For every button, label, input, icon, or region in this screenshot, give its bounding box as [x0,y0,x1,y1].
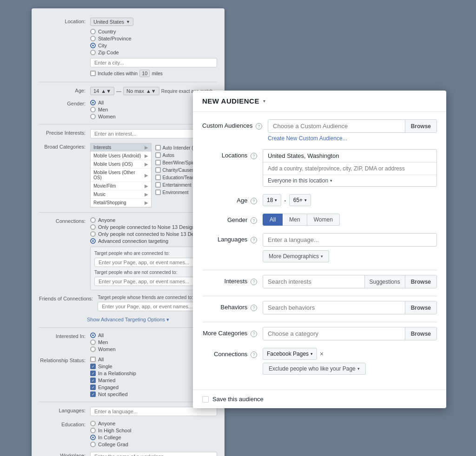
behaviors-row: Behaviors ? Browse [202,301,437,314]
gender-row: Gender ? All Men Women [202,214,437,226]
bg-age-min[interactable]: 14 ▲▼ [90,87,114,95]
suggestions-btn[interactable]: Suggestions [364,275,405,288]
custom-audiences-browse-btn[interactable]: Browse [405,120,436,132]
connections-info-icon[interactable]: ? [251,352,257,358]
connections-row: Connections ? Facebook Pages ▾ × Exclude… [202,348,437,375]
bg-edu-anyone-radio[interactable]: Anyone [90,421,217,426]
gender-women-btn[interactable]: Women [307,214,340,226]
age-max-select[interactable]: 65+ ▾ [289,194,311,206]
bg-friends-label: Friends of Connections: [39,295,98,301]
save-checkbox-box[interactable] [202,396,209,403]
bg-edu-college-radio[interactable]: In College [90,435,217,440]
age-row: Age ? 18 ▾ - 65+ ▾ [202,194,437,206]
interests-row: Interests ? Suggestions Browse [202,275,437,288]
bg-age-max[interactable]: No max ▲▼ [123,87,159,95]
more-categories-info-icon[interactable]: ? [251,331,257,337]
bg-country-radio[interactable]: Country [90,29,217,34]
exclude-arrow-icon: ▾ [357,366,360,371]
bg-mobile-other-item[interactable]: Mobile Users (Other OS) ▶ [91,169,151,182]
everyone-location-btn[interactable]: Everyone in this location ▾ [263,175,436,186]
connections-label: Connections ? [202,348,263,358]
age-info-icon[interactable]: ? [251,198,257,204]
modal-title-arrow[interactable]: ▾ [263,98,265,104]
behaviors-info-icon[interactable]: ? [251,305,257,311]
locations-control: United States, Washington Everyone in th… [263,149,437,187]
bg-miles-input[interactable]: 10 [139,70,150,77]
custom-audiences-row: Custom Audiences ? Browse Create New Cus… [202,119,437,142]
interests-info-icon[interactable]: ? [251,279,257,285]
save-audience-checkbox[interactable]: Save this audience [202,396,264,403]
custom-audiences-control: Browse Create New Custom Audience... [268,119,437,142]
bg-city-input[interactable] [90,58,217,67]
bg-location-label: Location: [39,18,90,24]
bg-location-select[interactable]: United States ▼ [90,18,133,26]
facebook-pages-select[interactable]: Facebook Pages ▾ [263,348,317,360]
bg-edu-grad-radio[interactable]: College Grad [90,442,217,447]
locations-label: Locations ? [202,149,263,159]
languages-row: Languages ? More Demographics ▾ [202,233,437,262]
behaviors-input[interactable] [263,301,405,314]
interests-label: Interests ? [202,275,263,285]
bg-zip-radio[interactable]: Zip Code [90,50,217,55]
bg-gender-label: Gender: [39,100,90,106]
new-audience-modal: NEW AUDIENCE ▾ Custom Audiences ? Browse… [193,91,446,408]
age-control: 18 ▾ - 65+ ▾ [263,194,437,206]
bg-languages-label: Languages: [39,407,90,413]
more-categories-label: More Categories ? [202,327,263,337]
bg-music-item[interactable]: Music ▶ [91,190,151,199]
age-min-arrow: ▾ [275,198,277,202]
bg-workplace-input[interactable] [90,452,217,456]
bg-edu-highschool-radio[interactable]: In High School [90,428,217,433]
custom-audiences-label: Custom Audiences ? [202,119,268,130]
languages-input[interactable] [263,233,437,247]
bg-interests-item[interactable]: Interests ▶ [91,143,151,152]
gender-control: All Men Women [263,214,437,226]
location-add-input[interactable] [263,163,436,175]
everyone-arrow-icon: ▾ [330,178,332,183]
bg-city-radio[interactable]: City [90,43,217,48]
bg-relationship-label: Relationship Status: [39,357,90,363]
bg-retail-item[interactable]: Retail/Shopping ▶ [91,199,151,207]
bg-state-radio[interactable]: State/Province [90,36,217,41]
age-label: Age ? [202,194,263,204]
languages-control: More Demographics ▾ [263,233,437,262]
connections-control: Facebook Pages ▾ × Exclude people who li… [263,348,437,375]
behaviors-label: Behaviors ? [202,301,263,311]
bg-mobile-android-item[interactable]: Mobile Users (Android) ▶ [91,152,151,160]
locations-row: Locations ? United States, Washington Ev… [202,149,437,187]
locations-info-icon[interactable]: ? [251,153,257,159]
gender-info-icon[interactable]: ? [251,217,257,224]
bg-movie-item[interactable]: Movie/Film ▶ [91,182,151,190]
behaviors-browse-btn[interactable]: Browse [405,301,436,314]
interests-browse-btn[interactable]: Browse [405,275,436,288]
facebook-pages-arrow: ▾ [311,352,313,356]
age-min-select[interactable]: 18 ▾ [263,194,281,206]
bg-languages-input[interactable] [90,407,217,416]
interests-input[interactable] [263,275,364,288]
bg-interested-in-label: Interested In: [39,332,90,339]
more-categories-browse-btn[interactable]: Browse [405,327,436,340]
bg-broad-categories-label: Broad Categories: [39,143,90,150]
create-custom-audience-link[interactable]: Create New Custom Audience... [268,135,437,142]
custom-audiences-input[interactable] [268,120,405,132]
connections-tag-group: Facebook Pages ▾ × [263,348,437,360]
more-demographics-arrow: ▾ [321,254,323,259]
bg-connections-label: Connections: [39,217,90,224]
more-categories-input[interactable] [263,327,405,340]
gender-label: Gender ? [202,214,263,224]
bg-show-advanced[interactable]: Show Advanced Targeting Options ▾ [39,316,217,323]
age-max-arrow: ▾ [304,198,307,202]
exclude-btn[interactable]: Exclude people who like your Page ▾ [263,363,366,375]
languages-info-icon[interactable]: ? [251,237,257,243]
more-demographics-btn[interactable]: More Demographics ▾ [263,250,329,262]
bg-include-cities-checkbox[interactable] [90,71,96,76]
connections-tag-close[interactable]: × [320,350,324,358]
gender-men-btn[interactable]: Men [283,214,307,226]
modal-title: NEW AUDIENCE [202,97,259,105]
bg-precise-interests-label: Precise Interests: [39,129,90,136]
gender-all-btn[interactable]: All [263,214,283,226]
more-categories-control: Browse [263,327,437,340]
bg-mobile-ios-item[interactable]: Mobile Users (iOS) ▶ [91,160,151,169]
more-categories-row: More Categories ? Browse [202,327,437,340]
custom-audiences-info-icon[interactable]: ? [256,123,262,130]
